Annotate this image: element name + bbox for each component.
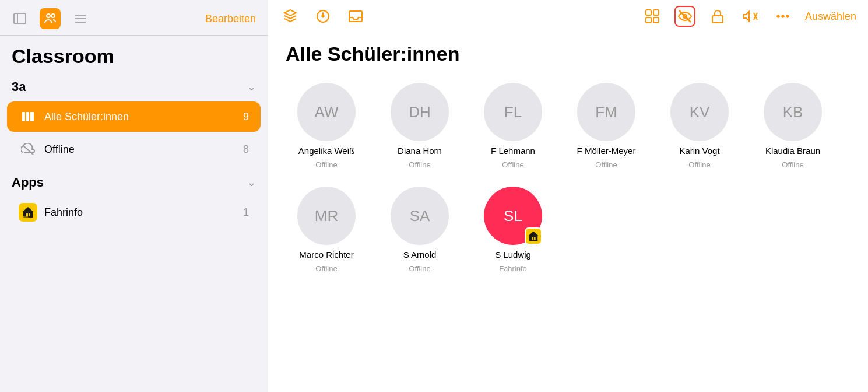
- fahrinfo-app-icon: BVG: [19, 203, 37, 222]
- apps-section-title: Apps: [12, 175, 44, 190]
- student-name: S Ludwig: [495, 250, 531, 260]
- student-card[interactable]: KBKlaudia BraunOffline: [752, 83, 834, 169]
- main-content: Auswählen Alle Schüler:innen AWAngelika …: [268, 0, 868, 392]
- student-card[interactable]: AWAngelika WeißOffline: [286, 83, 367, 169]
- eye-slash-icon[interactable]: [674, 6, 695, 27]
- chevron-down-icon: ⌄: [247, 80, 256, 93]
- student-avatar: AW: [297, 83, 356, 141]
- student-status: Offline: [315, 264, 337, 273]
- sidebar-item-fahrinfo[interactable]: BVG Fahrinfo 1: [7, 197, 261, 228]
- sidebar-header-icons: [9, 8, 91, 29]
- student-name: Angelika Weiß: [298, 146, 354, 156]
- svg-rect-38: [534, 237, 536, 240]
- student-name: Marco Richter: [299, 250, 353, 260]
- svg-rect-25: [712, 16, 723, 23]
- main-title: Alle Schüler:innen: [268, 33, 868, 77]
- cloud-offline-icon: [19, 140, 37, 159]
- svg-rect-18: [349, 11, 362, 22]
- main-toolbar: Auswählen: [268, 0, 868, 33]
- student-name: S Arnold: [403, 250, 437, 260]
- student-avatar: FL: [484, 83, 542, 141]
- inbox-icon[interactable]: [345, 6, 366, 27]
- alle-schueler-label: Alle Schüler:innen: [44, 111, 236, 123]
- sidebar: Bearbeiten Classroom 3a ⌄ Alle Schüler:i…: [0, 0, 268, 392]
- sidebar-header: Bearbeiten: [0, 0, 268, 36]
- offline-label: Offline: [44, 144, 236, 156]
- list-icon[interactable]: [70, 8, 91, 29]
- student-status: Offline: [502, 160, 523, 169]
- student-status: Offline: [409, 264, 430, 273]
- student-status: Offline: [782, 160, 803, 169]
- svg-rect-14: [29, 214, 30, 216]
- student-card[interactable]: SL S LudwigFahrinfo: [472, 187, 554, 273]
- student-card[interactable]: FMF Möller-MeyerOffline: [565, 83, 647, 169]
- student-card[interactable]: SAS ArnoldOffline: [379, 187, 461, 273]
- svg-marker-12: [23, 207, 33, 212]
- layers-icon[interactable]: [280, 6, 301, 27]
- student-avatar: KB: [764, 83, 822, 141]
- group-label: 3a: [12, 79, 26, 94]
- svg-rect-20: [653, 10, 659, 15]
- student-name: Karin Vogt: [679, 146, 719, 156]
- panel-icon[interactable]: [9, 8, 30, 29]
- svg-point-3: [51, 14, 55, 18]
- svg-rect-22: [653, 18, 659, 23]
- student-avatar: MR: [297, 187, 356, 245]
- student-status: Offline: [315, 160, 337, 169]
- student-avatar: SL: [484, 187, 542, 245]
- student-card[interactable]: DHDiana HornOffline: [379, 83, 461, 169]
- student-avatar: SA: [391, 187, 449, 245]
- sidebar-item-offline[interactable]: Offline 8: [7, 134, 261, 164]
- offline-count: 8: [243, 144, 249, 156]
- student-status: Offline: [688, 160, 710, 169]
- mute-icon[interactable]: [740, 6, 761, 27]
- svg-text:BVG: BVG: [23, 216, 29, 219]
- svg-rect-19: [646, 10, 651, 15]
- student-card[interactable]: KVKarin VogtOffline: [659, 83, 740, 169]
- toolbar-right: Auswählen: [642, 6, 856, 27]
- more-icon[interactable]: [772, 6, 793, 27]
- student-avatar: KV: [670, 83, 729, 141]
- svg-rect-9: [30, 112, 34, 121]
- app-badge: [525, 228, 542, 245]
- svg-rect-21: [646, 18, 651, 23]
- svg-rect-7: [22, 112, 25, 121]
- fahrinfo-label: Fahrinfo: [44, 206, 236, 219]
- student-name: F Möller-Meyer: [577, 146, 636, 156]
- student-name: Klaudia Braun: [765, 146, 820, 156]
- group-header[interactable]: 3a ⌄: [0, 74, 268, 100]
- apps-grid-icon[interactable]: [642, 6, 663, 27]
- auswahlen-button[interactable]: Auswählen: [805, 10, 856, 23]
- alle-schueler-count: 9: [243, 111, 249, 123]
- lock-icon[interactable]: [707, 6, 728, 27]
- people-icon[interactable]: [40, 8, 61, 29]
- bearbeiten-button[interactable]: Bearbeiten: [205, 13, 256, 25]
- fahrinfo-count: 1: [243, 206, 249, 219]
- student-avatar: FM: [577, 83, 635, 141]
- svg-rect-37: [532, 237, 533, 240]
- student-avatar: DH: [391, 83, 449, 141]
- toolbar-left: [280, 6, 366, 27]
- svg-rect-0: [14, 13, 26, 24]
- student-status: Offline: [595, 160, 617, 169]
- chevron-down-icon-apps: ⌄: [247, 176, 256, 189]
- compass-icon[interactable]: [312, 6, 333, 27]
- student-name: Diana Horn: [398, 146, 442, 156]
- students-grid: AWAngelika WeißOfflineDHDiana HornOfflin…: [268, 77, 868, 285]
- svg-marker-17: [321, 12, 325, 18]
- student-card[interactable]: FLF LehmannOffline: [472, 83, 554, 169]
- student-card[interactable]: MRMarco RichterOffline: [286, 187, 367, 273]
- student-status: Fahrinfo: [499, 264, 527, 273]
- student-name: F Lehmann: [491, 146, 535, 156]
- sidebar-item-alle-schueler[interactable]: Alle Schüler:innen 9: [7, 102, 261, 132]
- svg-point-2: [47, 14, 50, 18]
- apps-section-header[interactable]: Apps ⌄: [0, 166, 268, 196]
- sidebar-title: Classroom: [0, 36, 268, 74]
- svg-rect-8: [26, 112, 29, 121]
- student-status: Offline: [409, 160, 430, 169]
- books-icon: [19, 107, 37, 126]
